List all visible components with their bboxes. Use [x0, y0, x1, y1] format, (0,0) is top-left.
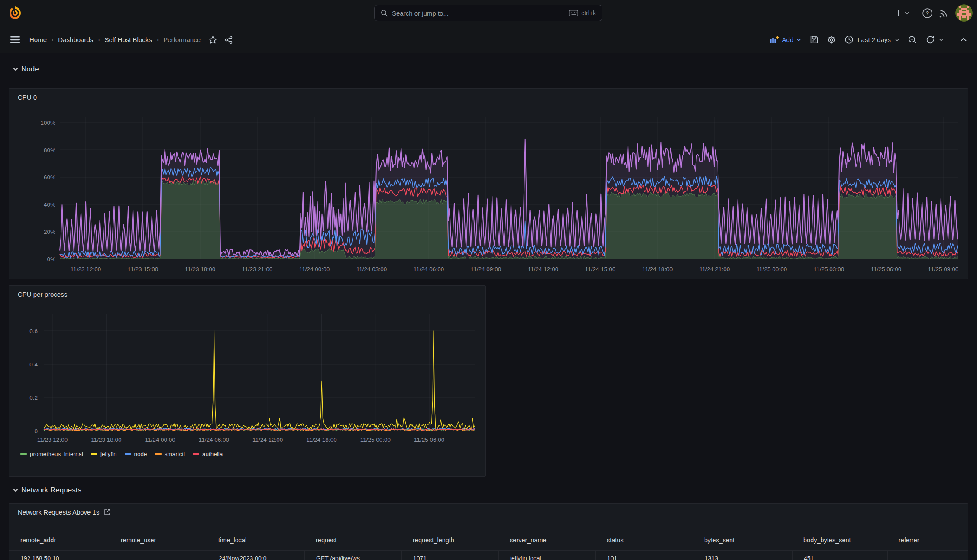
table-cell: 1071 [401, 551, 498, 560]
svg-text:0.6: 0.6 [29, 328, 38, 334]
svg-text:11/23 15:00: 11/23 15:00 [128, 266, 158, 272]
table-cell: 1313 [693, 551, 792, 560]
help-button[interactable]: ? [922, 8, 933, 19]
svg-text:20%: 20% [44, 229, 55, 235]
column-header-server_name[interactable]: server_name [498, 537, 595, 544]
avatar[interactable] [955, 4, 973, 22]
section-network-requests[interactable]: Network Requests [13, 486, 81, 495]
table-cell: 101 [595, 551, 693, 560]
svg-text:11/24 15:00: 11/24 15:00 [585, 266, 615, 272]
svg-text:80%: 80% [44, 147, 55, 153]
panel-cpu0-title[interactable]: CPU 0 [18, 94, 37, 101]
cpu0-chart[interactable]: 0%20%40%60%80%100%11/23 12:0011/23 15:00… [9, 89, 968, 279]
share-button[interactable] [224, 36, 233, 44]
svg-text:0%: 0% [47, 256, 55, 262]
svg-text:?: ? [926, 10, 929, 16]
breadcrumb-current: Performance [163, 36, 201, 43]
column-header-time_local[interactable]: time_local [207, 537, 304, 544]
legend-swatch [193, 453, 199, 455]
new-button[interactable] [895, 9, 909, 17]
grafana-logo[interactable] [8, 6, 23, 20]
top-bar: Search or jump to... ctrl+k [0, 0, 977, 26]
menu-button[interactable] [10, 36, 20, 44]
share-icon [224, 36, 233, 44]
panel-cpu0: CPU 0 0%20%40%60%80%100%11/23 12:0011/23… [9, 88, 968, 279]
plus-icon [895, 9, 903, 17]
breadcrumb-dashboards[interactable]: Dashboards [58, 36, 93, 43]
column-header-request_length[interactable]: request_length [401, 537, 498, 544]
legend-label: smartctl [165, 451, 185, 457]
section-node[interactable]: Node [13, 65, 39, 74]
table-cell: jellyfin.local [498, 551, 595, 560]
breadcrumb-home[interactable]: Home [29, 36, 47, 43]
svg-text:0: 0 [34, 428, 38, 434]
chevron-down-icon [13, 489, 18, 492]
refresh-button[interactable] [925, 35, 944, 45]
legend-item-jellyfin[interactable]: jellyfin [91, 451, 117, 457]
svg-text:0.4: 0.4 [29, 361, 38, 368]
panel-cpu-per-process: CPU per process 00.20.40.611/23 12:0011/… [9, 285, 486, 477]
keyboard-icon [569, 10, 578, 16]
column-header-body_bytes_sent[interactable]: body_bytes_sent [792, 537, 887, 544]
panel-network-requests-table: Network Requests Above 1s remote_addrrem… [9, 503, 968, 560]
table-cell: GET /api/live/ws [304, 551, 401, 560]
column-header-referrer[interactable]: referrer [887, 537, 968, 544]
panel-cpu-per-process-title[interactable]: CPU per process [18, 291, 67, 298]
table-row[interactable]: 192.168.50.1024/Nov/2023 00:0GET /api/li… [9, 550, 968, 560]
settings-button[interactable] [827, 35, 836, 45]
topbar-right-cluster: ? [895, 0, 973, 26]
breadcrumb-folder[interactable]: Self Host Blocks [105, 36, 152, 43]
search-shortcut: ctrl+k [569, 10, 596, 16]
news-icon [939, 8, 949, 18]
section-network-requests-label: Network Requests [21, 486, 81, 495]
panel-network-requests-title[interactable]: Network Requests Above 1s [18, 508, 99, 516]
legend-item-authelia[interactable]: authelia [193, 451, 223, 457]
breadcrumb-separator: › [157, 36, 159, 43]
svg-text:60%: 60% [44, 174, 55, 181]
breadcrumb-separator: › [52, 36, 53, 43]
legend-item-node[interactable]: node [125, 451, 147, 457]
menu-icon [10, 36, 20, 44]
column-header-bytes_sent[interactable]: bytes_sent [693, 537, 792, 544]
column-header-status[interactable]: status [595, 537, 693, 544]
column-header-remote_addr[interactable]: remote_addr [9, 537, 110, 544]
svg-text:11/24 12:00: 11/24 12:00 [252, 437, 283, 443]
legend-swatch [125, 453, 131, 455]
external-link-icon[interactable] [104, 508, 111, 516]
chevron-up-icon [961, 38, 967, 42]
legend-item-smartctl[interactable]: smartctl [155, 451, 185, 457]
svg-text:11/24 00:00: 11/24 00:00 [145, 437, 175, 443]
section-node-label: Node [21, 65, 39, 74]
legend-swatch [91, 453, 97, 455]
add-panel-icon [770, 36, 779, 44]
column-header-request[interactable]: request [304, 537, 401, 544]
table-cell [887, 551, 968, 560]
time-range-picker[interactable]: Last 2 days [844, 35, 899, 44]
svg-text:40%: 40% [44, 201, 55, 208]
zoom-out-button[interactable] [908, 35, 917, 45]
favorite-button[interactable] [208, 36, 217, 44]
nav-bar: Home › Dashboards › Self Host Blocks › P… [0, 26, 977, 53]
star-icon [208, 36, 217, 44]
svg-text:11/24 09:00: 11/24 09:00 [471, 266, 501, 272]
svg-text:11/24 18:00: 11/24 18:00 [306, 437, 336, 443]
svg-text:11/23 21:00: 11/23 21:00 [242, 266, 272, 272]
divider [952, 34, 952, 45]
svg-text:11/24 18:00: 11/24 18:00 [642, 266, 673, 272]
save-button[interactable] [809, 35, 818, 44]
legend-item-prometheus_internal[interactable]: prometheus_internal [20, 451, 83, 457]
gear-icon [827, 35, 836, 45]
search-input[interactable]: Search or jump to... ctrl+k [374, 5, 602, 21]
column-header-remote_user[interactable]: remote_user [110, 537, 207, 544]
svg-text:11/24 12:00: 11/24 12:00 [528, 266, 558, 272]
chevron-down-icon [796, 38, 801, 42]
divider [916, 7, 916, 19]
dashboard-toolbar: Add [770, 34, 967, 45]
grafana-dashboard: Search or jump to... ctrl+k [0, 0, 977, 560]
svg-text:11/25 06:00: 11/25 06:00 [871, 266, 901, 272]
collapse-toolbar-button[interactable] [961, 38, 967, 42]
cpu-per-process-chart[interactable]: 00.20.40.611/23 12:0011/23 18:0011/24 00… [9, 286, 485, 450]
add-button[interactable]: Add [770, 36, 802, 44]
save-icon [809, 35, 818, 44]
news-button[interactable] [939, 8, 949, 18]
